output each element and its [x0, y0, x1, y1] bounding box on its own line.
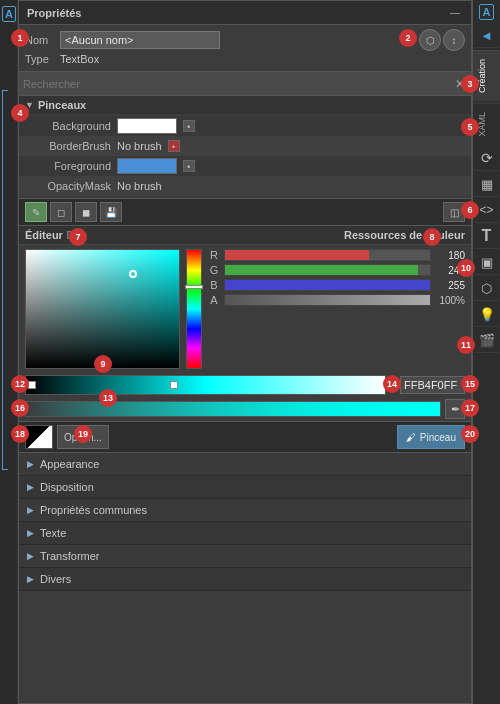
badge-20: 20: [461, 425, 479, 443]
panel-title: Propriétés: [27, 7, 81, 19]
foreground-swatch[interactable]: [117, 158, 177, 174]
prop-borderbrush-label: BorderBrush: [27, 140, 117, 152]
type-label: Type: [25, 53, 60, 65]
minimize-icon[interactable]: —: [447, 5, 463, 21]
sidebar-icon-8[interactable]: 🎬: [475, 329, 499, 353]
collapse-disposition[interactable]: ▶ Disposition: [19, 476, 471, 499]
a-label: A: [208, 294, 220, 306]
hue-cursor: [185, 285, 203, 289]
pinceaux-label: Pinceaux: [38, 99, 86, 111]
borderbrush-icon[interactable]: ▪: [168, 140, 180, 152]
pinceaux-section: 4 ▼ Pinceaux 5 Background ▪ BorderBrush …: [19, 96, 471, 199]
toolbar-row: 6 ✎ ◻ ◼ 💾 ◫: [19, 199, 471, 226]
editor-section: 7 8 Éditeur Ressources de couleur 9: [19, 226, 471, 453]
toolbar-save-btn[interactable]: 💾: [100, 202, 122, 222]
background-swatch[interactable]: [117, 118, 177, 134]
collapse-triangle-communes: ▶: [27, 505, 34, 515]
badge-6: 6: [461, 201, 479, 219]
rgba-g-row: G 240: [208, 264, 465, 276]
alpha-fill: [26, 402, 440, 416]
icon-btn-type2[interactable]: ↕: [443, 29, 465, 51]
search-input[interactable]: [23, 78, 453, 90]
toolbar-rect-btn[interactable]: ◻: [50, 202, 72, 222]
b-slider[interactable]: [224, 279, 431, 291]
pinceau-label: Pinceau: [420, 432, 456, 443]
icon-btn-type1[interactable]: ⬡: [419, 29, 441, 51]
spectrum-gradient: [26, 250, 179, 368]
collapse-label-disposition: Disposition: [40, 481, 94, 493]
g-slider[interactable]: [224, 264, 431, 276]
badge-a-left: A: [2, 6, 16, 22]
collapse-label-transformer: Transformer: [40, 550, 100, 562]
collapse-label-communes: Propriétés communes: [40, 504, 147, 516]
sidebar-icon-4[interactable]: T: [475, 225, 499, 249]
a-slider[interactable]: [224, 294, 431, 306]
hue-strip[interactable]: [186, 249, 202, 369]
brush-preview[interactable]: [25, 425, 53, 449]
name-row-icons: 2 ⬡ ↕: [399, 29, 465, 51]
prop-foreground: Foreground ▪: [19, 156, 471, 176]
b-value: 255: [435, 280, 465, 291]
sidebar-icon-5[interactable]: ▣: [475, 251, 499, 275]
type-value: TextBox: [60, 53, 99, 65]
resources-label: Ressources de couleur: [344, 229, 465, 241]
badge-16: 16: [11, 399, 29, 417]
badge-14: 14: [383, 375, 401, 393]
rgba-b-row: B 255: [208, 279, 465, 291]
badge-5: 5: [461, 118, 479, 136]
gradient-bar[interactable]: [25, 375, 386, 395]
badge-13: 13: [99, 389, 117, 407]
r-slider[interactable]: [224, 249, 431, 261]
gradient-handle-left[interactable]: [28, 381, 36, 389]
collapse-appearance[interactable]: ▶ Appearance: [19, 453, 471, 476]
sidebar-icon-7[interactable]: 💡: [475, 303, 499, 327]
collapse-triangle-disposition: ▶: [27, 482, 34, 492]
name-row: Nom 2 ⬡ ↕: [25, 29, 465, 51]
badge-2: 2: [399, 29, 417, 47]
toolbar-fill-btn[interactable]: ◼: [75, 202, 97, 222]
alpha-bar[interactable]: [25, 401, 441, 417]
rgba-a-row: A 100%: [208, 294, 465, 306]
foreground-icon[interactable]: ▪: [183, 160, 195, 172]
pinceau-button[interactable]: 🖌 Pinceau: [397, 425, 465, 449]
badge-15: 15: [461, 375, 479, 393]
sidebar-icon-2[interactable]: ▦: [475, 173, 499, 197]
properties-panel: Propriétés — 1 Nom 2 ⬡ ↕ Type TextBo: [18, 0, 472, 704]
sidebar-tab-creation[interactable]: Création: [473, 50, 500, 101]
collapse-texte[interactable]: ▶ Texte: [19, 522, 471, 545]
collapse-divers[interactable]: ▶ Divers: [19, 568, 471, 591]
badge-17: 17: [461, 399, 479, 417]
badge-19: 19: [74, 425, 92, 443]
rgba-r-row: R 180: [208, 249, 465, 261]
r-label: R: [208, 249, 220, 261]
right-sidebar: A ◄ Création XAML ⟳ ▦ <> T ▣ ⬡ 💡 🎬: [472, 0, 500, 704]
pinceaux-header[interactable]: ▼ Pinceaux: [19, 96, 471, 114]
pinceaux-props: 5 Background ▪ BorderBrush No brush ▪ Fo…: [19, 114, 471, 198]
badge-8: 8: [423, 228, 441, 246]
collapse-label-appearance: Appearance: [40, 458, 99, 470]
background-icon[interactable]: ▪: [183, 120, 195, 132]
name-input[interactable]: [60, 31, 220, 49]
toolbar-pencil-btn[interactable]: ✎: [25, 202, 47, 222]
search-bar: 3 ✕: [19, 72, 471, 96]
collapse-transformer[interactable]: ▶ Transformer: [19, 545, 471, 568]
alpha-bar-row: 16 17 ✒: [19, 397, 471, 421]
collapse-label-texte: Texte: [40, 527, 66, 539]
collapse-communes[interactable]: ▶ Propriétés communes: [19, 499, 471, 522]
color-spectrum[interactable]: [25, 249, 180, 369]
sidebar-icon-1[interactable]: ⟳: [475, 147, 499, 171]
g-label: G: [208, 264, 220, 276]
badge-18: 18: [11, 425, 29, 443]
sidebar-icon-6[interactable]: ⬡: [475, 277, 499, 301]
gradient-handle-right[interactable]: [170, 381, 178, 389]
prop-opacitymask-label: OpacityMask: [27, 180, 117, 192]
badge-1: 1: [11, 29, 29, 47]
badge-7: 7: [69, 228, 87, 246]
badge-3: 3: [461, 75, 479, 93]
hex-input[interactable]: [400, 376, 465, 394]
badge-10: 10: [457, 259, 475, 277]
b-fill: [225, 280, 430, 290]
sidebar-arrow-icon[interactable]: ◄: [475, 24, 499, 48]
collapse-label-divers: Divers: [40, 573, 71, 585]
prop-foreground-label: Foreground: [27, 160, 117, 172]
